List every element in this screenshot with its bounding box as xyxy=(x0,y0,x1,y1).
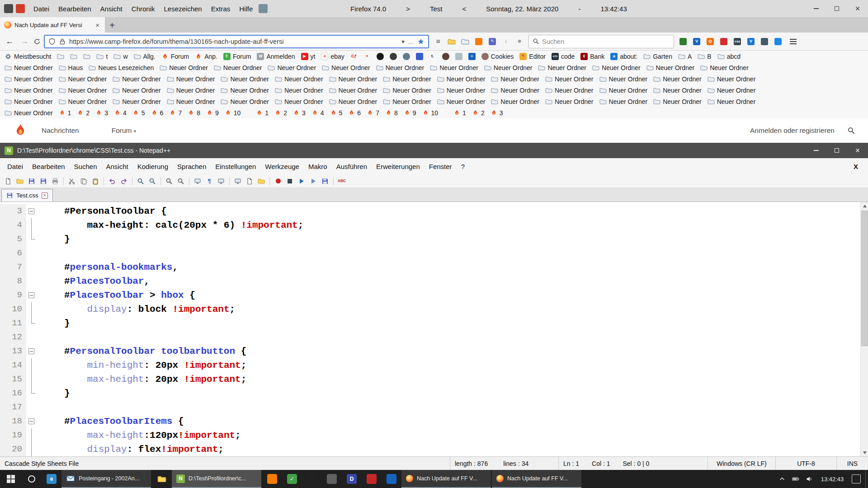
bookmark-item-neuer-ordner[interactable]: Neuer Ordner xyxy=(3,64,55,72)
vertical-scrollbar[interactable] xyxy=(860,202,868,456)
back-button[interactable]: ← xyxy=(4,37,15,46)
code-text[interactable]: #PlacesToolbar, xyxy=(38,274,150,288)
search-input[interactable] xyxy=(542,38,670,45)
download-icon[interactable]: ↓ xyxy=(500,36,512,47)
bookmark-item-neuer-ordner[interactable]: Neuer Ordner xyxy=(219,86,271,94)
menubar-item-ansicht[interactable]: Ansicht xyxy=(96,4,127,14)
show-all-characters-icon[interactable]: ¶ xyxy=(204,176,215,187)
bookmark-item-neuer-ordner[interactable]: Neuer Ordner xyxy=(320,64,372,72)
bookmark-item-neuer-ordner[interactable]: Neuer Ordner xyxy=(489,98,541,106)
fold-collapse-icon[interactable] xyxy=(28,418,34,424)
bookmark-item[interactable]: t. xyxy=(427,52,438,61)
bookmark-item-w[interactable]: w xyxy=(112,52,129,61)
bookmark-item-neuer-ordner[interactable]: Neuer Ordner xyxy=(543,86,595,94)
bookmark-item-anmelden[interactable]: WAnmelden xyxy=(255,52,297,61)
menubar-item-bearbeiten[interactable]: Bearbeiten xyxy=(54,4,96,14)
bookmark-item-neuer-ordner[interactable]: Neuer Ordner xyxy=(381,75,433,83)
fire-bookmark-10[interactable]: 10 xyxy=(420,109,440,117)
menubar-item-chronik[interactable]: Chronik xyxy=(127,4,160,14)
bookmark-star-icon[interactable] xyxy=(417,38,425,45)
bookmark-item-neuer-ordner[interactable]: Neuer Ordner xyxy=(706,75,758,83)
scrollbar-thumb[interactable] xyxy=(861,211,868,346)
volume-icon[interactable] xyxy=(806,475,813,483)
bookmark-item-neuer-ordner[interactable]: Neuer Ordner xyxy=(158,64,210,72)
redo-icon[interactable] xyxy=(118,176,129,187)
npp-menu-datei[interactable]: Datei xyxy=(3,161,28,172)
taskbar-pinned-gray[interactable] xyxy=(322,470,342,488)
paste-icon[interactable] xyxy=(90,176,101,187)
bookmark-item-neuer-ordner[interactable]: Neuer Ordner xyxy=(273,98,325,106)
bookmark-item-forum[interactable]: Forum xyxy=(160,52,191,61)
npp-menu-sprachen[interactable]: Sprachen xyxy=(173,161,211,172)
maximize-button[interactable] xyxy=(826,143,847,158)
menubar-item-extras[interactable]: Extras xyxy=(207,4,235,14)
bookmark-item-cookies[interactable]: Cookies xyxy=(480,52,516,61)
fire-bookmark-2[interactable]: 2 xyxy=(470,109,486,117)
bookmark-item-neuer-ordner[interactable]: Neuer Ordner xyxy=(428,64,480,72)
taskbar-pinned-orange[interactable] xyxy=(262,470,282,488)
bookmark-item-code[interactable]: </>code xyxy=(550,52,576,61)
fire-bookmark-8[interactable]: 8 xyxy=(186,109,202,117)
bookmark-item-neuer-ordner[interactable]: Neuer Ordner xyxy=(489,86,541,94)
bookmark-item-neuer-ordner[interactable]: Neuer Ordner xyxy=(698,64,750,72)
ext-css-icon[interactable]: css xyxy=(731,36,743,47)
npp-menu-ansicht[interactable]: Ansicht xyxy=(101,161,132,172)
taskbar-app[interactable]: ND:\Test\Profilordner\c... xyxy=(172,470,261,488)
taskbar-app[interactable]: Posteingang - 2002An... xyxy=(61,470,151,488)
campfirefox-logo[interactable] xyxy=(13,122,28,139)
npp-menu-ausführen[interactable]: Ausführen xyxy=(332,161,372,172)
code-text[interactable]: } xyxy=(38,386,70,400)
bookmark-item[interactable] xyxy=(375,52,386,61)
code-text[interactable]: #PlacesToolbar > hbox { xyxy=(38,288,195,302)
bookmark-item-neuer-ordner[interactable]: Neuer Ordner xyxy=(111,98,163,106)
fire-bookmark-9[interactable]: 9 xyxy=(402,109,418,117)
editor-area[interactable]: 3#PersonalToolbar {4 max-height: calc(20… xyxy=(0,202,868,456)
fire-bookmark-6[interactable]: 6 xyxy=(149,109,165,117)
bookmark-item-neuer-ordner[interactable]: Neuer Ordner xyxy=(219,98,271,106)
fire-bookmark-5[interactable]: 5 xyxy=(328,109,344,117)
code-text[interactable]: max-height:120px!important; xyxy=(38,428,241,442)
code-text[interactable]: } xyxy=(38,232,70,246)
bookmark-item-neues-lesezeichen[interactable]: Neues Lesezeichen xyxy=(87,64,156,72)
ext-green-icon[interactable] xyxy=(677,36,689,47)
orange-addon-icon[interactable] xyxy=(473,36,485,47)
chevron-down-icon[interactable]: ▾ xyxy=(401,38,405,45)
bookmark-item-neuer-ordner[interactable]: Neuer Ordner xyxy=(381,98,433,106)
save-recorded-macro-icon[interactable] xyxy=(320,176,330,187)
browser-tab[interactable]: Nach Update auf FF Versi × xyxy=(0,17,105,33)
fire-bookmark-4[interactable]: 4 xyxy=(112,109,128,117)
bookmark-item[interactable] xyxy=(414,52,425,61)
stop-recording-icon[interactable] xyxy=(284,176,295,187)
taskbar-pinned-red[interactable] xyxy=(362,470,382,488)
spell-check-abc-icon[interactable]: ABC xyxy=(336,176,347,187)
taskbar-pinned-green-check[interactable]: ✓ xyxy=(282,470,302,488)
code-text[interactable]: #PersonalToolbar toolbarbutton { xyxy=(38,344,246,358)
bookmark-item-anp[interactable]: Anp. xyxy=(193,52,219,61)
new-tab-button[interactable]: + xyxy=(105,20,119,33)
document-tab-close-icon[interactable]: × xyxy=(42,192,48,199)
grid-addon-icon[interactable] xyxy=(16,4,25,13)
minimize-button[interactable] xyxy=(806,0,826,17)
bookmark-item-neuer-ordner[interactable]: Neuer Ordner xyxy=(165,75,217,83)
npp-menu-suchen[interactable]: Suchen xyxy=(70,161,102,172)
fire-bookmark-1[interactable]: 1 xyxy=(254,109,270,117)
scroll-up-arrow[interactable] xyxy=(861,202,868,210)
bookmark-item-neuer-ordner[interactable]: Neuer Ordner xyxy=(3,86,55,94)
bookmark-item-neuer-ordner[interactable]: Neuer Ordner xyxy=(327,75,379,83)
page-actions-icon[interactable]: … xyxy=(408,38,414,45)
fire-bookmark-1[interactable]: 1 xyxy=(57,109,73,117)
copy-icon[interactable] xyxy=(78,176,89,187)
bookmark-item-neuer-ordner[interactable]: Neuer Ordner xyxy=(381,86,433,94)
code-text[interactable]: #PersonalToolbar { xyxy=(38,204,167,218)
document-tab[interactable]: Test.css × xyxy=(1,189,53,202)
fold-collapse-icon[interactable] xyxy=(28,292,34,298)
fire-bookmark-1[interactable]: 1 xyxy=(452,109,468,117)
bookmark-item-neuer-ordner[interactable]: Neuer Ordner xyxy=(57,86,109,94)
bookmark-item-b[interactable]: B xyxy=(696,52,713,61)
bookmark-item-garten[interactable]: Garten xyxy=(642,52,674,61)
search-bar[interactable] xyxy=(528,35,674,48)
bookmark-item-neuer-ordner[interactable]: Neuer Ordner xyxy=(598,98,650,106)
forward-button[interactable]: → xyxy=(19,37,30,46)
start-button[interactable] xyxy=(0,470,22,488)
bookmark-item-neuer-ordner[interactable]: Neuer Ordner xyxy=(489,75,541,83)
